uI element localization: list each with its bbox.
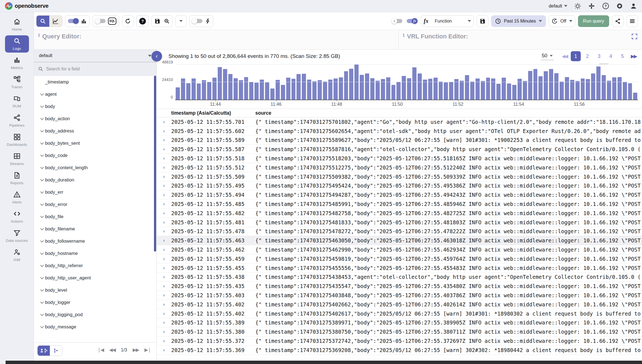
log-row[interactable]: ›2025-05-12 11:57:55.438{"_timestamp":17… xyxy=(157,273,642,282)
expand-row-icon[interactable]: › xyxy=(157,146,171,152)
log-row[interactable]: ›2025-05-12 11:57:55.402{"_timestamp":17… xyxy=(157,309,642,318)
profile-icon[interactable] xyxy=(630,3,637,10)
vrl-function-editor[interactable]: 1VRL Function Editor: xyxy=(399,30,642,49)
expand-row-icon[interactable]: › xyxy=(157,247,171,252)
reset-filters-button[interactable] xyxy=(122,15,134,27)
timestamp-column-header[interactable]: timestamp (Asia/Calcutta) xyxy=(171,110,254,116)
events-histogram[interactable]: 02441048819 11:4411:4611:4811:5011:5211:… xyxy=(157,63,642,109)
realtime-toggle[interactable] xyxy=(192,19,202,23)
field-item-body_http_user_agent[interactable]: body_http_user_agent xyxy=(34,272,156,284)
save-icon[interactable] xyxy=(154,18,160,24)
slack-icon[interactable] xyxy=(588,3,595,10)
field-item-body_message[interactable]: body_message xyxy=(34,321,156,333)
last-page-icon[interactable]: ▶❘ xyxy=(144,347,151,353)
expand-row-icon[interactable]: › xyxy=(157,283,171,289)
log-row[interactable]: ›2025-05-12 11:57:55.602{"_timestamp":17… xyxy=(157,127,642,136)
share-link-button[interactable] xyxy=(612,15,624,27)
help-icon[interactable]: ? xyxy=(602,3,609,10)
sidebar-item-dashboards[interactable]: Dashboards xyxy=(3,131,31,149)
source-column-header[interactable]: source xyxy=(254,110,642,116)
log-row[interactable]: ›2025-05-12 11:57:55.380{"_timestamp":17… xyxy=(157,327,642,336)
log-row[interactable]: ›2025-05-12 11:57:55.478{"_timestamp":17… xyxy=(157,227,642,236)
expand-row-icon[interactable]: › xyxy=(157,210,171,216)
field-item-body[interactable]: body xyxy=(34,100,156,112)
expand-row-icon[interactable]: › xyxy=(157,174,171,179)
field-search-input[interactable] xyxy=(46,67,153,72)
expand-row-icon[interactable]: › xyxy=(157,228,171,234)
fullscreen-icon[interactable] xyxy=(631,33,638,41)
expand-row-icon[interactable]: › xyxy=(157,119,171,125)
log-row[interactable]: ›2025-05-12 11:57:55.389{"_timestamp":17… xyxy=(157,318,642,328)
query-help-button[interactable]: ? xyxy=(136,15,149,27)
expand-row-icon[interactable]: › xyxy=(157,192,171,198)
log-row[interactable]: ›2025-05-12 11:57:55.403{"_timestamp":17… xyxy=(157,291,642,300)
field-item-body_err[interactable]: body_err xyxy=(34,186,156,198)
page-5-button[interactable]: 5 xyxy=(618,51,628,61)
log-row[interactable]: ›2025-05-12 11:57:55.494{"_timestamp":17… xyxy=(157,190,642,200)
save-function-button[interactable] xyxy=(477,15,488,27)
field-item-body_action[interactable]: body_action xyxy=(34,112,156,125)
search-mode-button[interactable] xyxy=(36,16,49,27)
histogram-toggle[interactable] xyxy=(68,19,78,23)
log-row[interactable]: ›2025-05-12 11:57:55.509{"_timestamp":17… xyxy=(157,172,642,181)
log-row[interactable]: ›2025-05-12 11:57:55.481{"_timestamp":17… xyxy=(157,218,642,227)
expand-row-icon[interactable]: › xyxy=(157,338,171,344)
expand-row-icon[interactable]: › xyxy=(157,347,171,353)
log-row[interactable]: ›2025-05-12 11:57:55.587{"_timestamp":17… xyxy=(157,145,642,154)
first-page-icon[interactable]: ❘◀ xyxy=(97,347,104,353)
next-page-icon[interactable]: ▶▶ xyxy=(133,347,139,353)
expand-row-icon[interactable]: › xyxy=(157,128,171,134)
field-item-body_followername[interactable]: body_followername xyxy=(34,235,156,247)
expand-row-icon[interactable]: › xyxy=(157,137,171,143)
prev-pages-icon[interactable]: ◀◀ xyxy=(561,53,569,59)
log-row[interactable]: ›2025-05-12 11:57:55.518{"_timestamp":17… xyxy=(157,154,642,163)
auto-refresh-selector[interactable]: Off xyxy=(549,15,575,27)
expand-row-icon[interactable]: › xyxy=(157,265,171,271)
sidebar-item-traces[interactable]: Traces xyxy=(3,74,31,91)
field-item-body_logger[interactable]: body_logger xyxy=(34,296,156,308)
log-row[interactable]: ›2025-05-12 11:57:55.402{"_timestamp":17… xyxy=(157,300,642,309)
theme-icon[interactable] xyxy=(574,3,581,10)
saved-views-dropdown[interactable] xyxy=(175,15,187,27)
expand-row-icon[interactable]: › xyxy=(157,329,171,335)
log-row[interactable]: ›2025-05-12 11:57:55.463{"_timestamp":17… xyxy=(157,236,642,245)
log-row[interactable]: ›2025-05-12 11:57:55.485{"_timestamp":17… xyxy=(157,200,642,209)
log-row[interactable]: ›2025-05-12 11:57:55.512{"_timestamp":17… xyxy=(157,163,642,172)
expand-row-icon[interactable]: › xyxy=(157,201,171,207)
horizontal-scrollbar[interactable] xyxy=(6,361,642,364)
page-1-button[interactable]: 1 xyxy=(571,51,581,61)
prev-page-icon[interactable]: ◀◀ xyxy=(109,347,115,353)
sidebar-item-alerts[interactable]: Alerts xyxy=(3,189,31,206)
log-row[interactable]: ›2025-05-12 11:57:55.482{"_timestamp":17… xyxy=(157,209,642,218)
sidebar-item-streams[interactable]: Streams xyxy=(3,151,31,168)
field-item-body_file[interactable]: body_file xyxy=(34,210,156,223)
field-item-body_content_length[interactable]: body_content_length xyxy=(34,161,156,174)
field-item-body_hostname[interactable]: body_hostname xyxy=(34,247,156,259)
expand-row-icon[interactable]: › xyxy=(157,183,171,188)
expand-row-icon[interactable]: › xyxy=(157,220,171,225)
page-2-button[interactable]: 2 xyxy=(582,51,592,61)
next-pages-icon[interactable]: ▶▶ xyxy=(630,53,638,59)
query-editor[interactable]: 1Query Editor: xyxy=(34,30,399,49)
line-chart-mode-button[interactable] xyxy=(49,16,62,27)
field-item-body_filename[interactable]: body_filename xyxy=(34,223,156,235)
expand-row-icon[interactable]: › xyxy=(157,238,171,243)
log-row[interactable]: ›2025-05-12 11:57:55.455{"_timestamp":17… xyxy=(157,264,642,273)
log-row[interactable]: ›2025-05-12 11:57:55.589{"_timestamp":17… xyxy=(157,136,642,145)
more-menu-button[interactable] xyxy=(626,15,638,27)
log-row[interactable]: ›2025-05-12 11:57:55.369{"_timestamp":17… xyxy=(157,346,642,355)
log-row[interactable]: ›2025-05-12 11:57:55.372{"_timestamp":17… xyxy=(157,336,642,346)
log-row[interactable]: ›2025-05-12 11:57:55.462{"_timestamp":17… xyxy=(157,245,642,254)
log-row[interactable]: ›2025-05-12 11:57:55.435{"_timestamp":17… xyxy=(157,282,642,291)
sidebar-item-iam[interactable]: IAM xyxy=(3,247,31,264)
field-item-body_error[interactable]: body_error xyxy=(34,198,156,210)
page-size-selector[interactable]: 50 xyxy=(541,52,554,60)
expand-row-icon[interactable]: › xyxy=(157,274,171,280)
field-item-body_address[interactable]: body_address xyxy=(34,125,156,137)
schema-view-button[interactable] xyxy=(50,346,62,356)
settings-icon[interactable] xyxy=(616,3,623,10)
stream-selector[interactable]: default xyxy=(34,50,156,62)
field-item-body_http_referrer[interactable]: body_http_referrer xyxy=(34,259,156,272)
field-item-_timestamp[interactable]: _timestamp xyxy=(34,76,156,88)
log-row[interactable]: ›2025-05-12 11:57:55.701{"_timestamp":17… xyxy=(157,117,642,127)
